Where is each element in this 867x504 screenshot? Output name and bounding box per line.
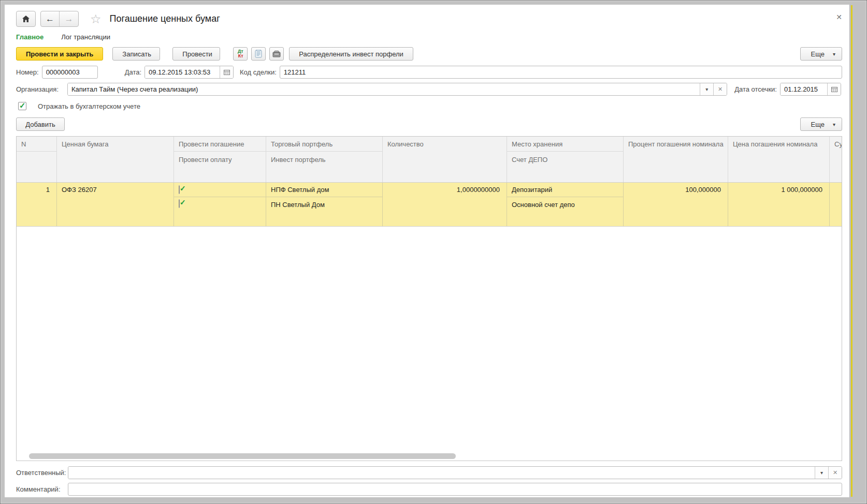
check-icon: ✓	[180, 184, 186, 192]
cell-quantity: 1,0000000000	[383, 183, 507, 226]
pay-checkbox[interactable]: ✓	[179, 199, 180, 208]
table-empty-area	[17, 227, 842, 452]
cell-price: 1 000,000000	[728, 183, 830, 226]
tab-translation-log[interactable]: Лог трансляции	[61, 33, 110, 41]
list-more-button[interactable]: Еще ▾	[800, 117, 842, 131]
securities-table: N Ценная бумага Провести погашение Прове…	[16, 136, 842, 461]
cell-portfolios: НПФ Светлый дом ПН Светлый Дом	[266, 183, 383, 226]
responsible-clear-button[interactable]: ✕	[828, 467, 842, 479]
date-field-group	[144, 66, 234, 79]
redeem-checkbox[interactable]: ✓	[179, 185, 180, 194]
command-toolbar: Провести и закрыть Записать Провести Дт …	[5, 44, 849, 64]
home-button[interactable]	[16, 11, 36, 27]
report-button[interactable]	[251, 47, 266, 61]
calendar-icon	[224, 70, 230, 75]
card-file-icon	[272, 50, 281, 57]
close-icon[interactable]: ✕	[836, 13, 842, 21]
chevron-down-icon: ▾	[705, 86, 708, 92]
header-storage-depo: Место хранения Счет ДЕПО	[507, 137, 624, 182]
post-and-close-button[interactable]: Провести и закрыть	[16, 47, 103, 61]
check-icon: ✓	[180, 198, 186, 206]
date-label: Дата:	[125, 68, 141, 76]
header-n: N	[17, 137, 57, 182]
table-header: N Ценная бумага Провести погашение Прове…	[17, 137, 842, 182]
cutoff-date-group	[780, 83, 841, 96]
responsible-dropdown-button[interactable]: ▾	[815, 467, 828, 479]
list-more-label: Еще	[811, 121, 825, 128]
list-toolbar: Добавить Еще ▾	[5, 113, 849, 135]
organization-dropdown-button[interactable]: ▾	[700, 83, 713, 95]
form-row-organization: Организация: ▾ ✕ Дата отсечки:	[5, 81, 849, 98]
add-row-button[interactable]: Добавить	[16, 117, 65, 131]
home-icon	[22, 16, 30, 22]
header-sum: Сум	[830, 137, 842, 182]
number-field[interactable]	[42, 66, 98, 79]
clear-icon: ✕	[718, 86, 722, 93]
reflect-accounting-row: ✓ Отражать в бухгалтерском учете	[5, 98, 849, 113]
save-button[interactable]: Записать	[112, 47, 160, 61]
app-window: ← → ☆ Погашение ценных бумаг ✕ Главное Л…	[0, 0, 867, 504]
history-nav: ← →	[40, 11, 79, 27]
page-title: Погашение ценных бумаг	[110, 13, 220, 24]
form-content: ← → ☆ Погашение ценных бумаг ✕ Главное Л…	[5, 5, 850, 497]
header-price: Цена погашения номинала	[728, 137, 830, 182]
dtkt-icon: Дт Кт	[238, 49, 243, 58]
form-row-number-date: Номер: Дата: Код сделки:	[5, 64, 849, 81]
cell-redeem-pay: ✓ ✓	[174, 183, 266, 226]
header-percent: Процент погашения номинала	[624, 137, 728, 182]
cell-n: 1	[17, 183, 57, 226]
titlebar: ← → ☆ Погашение ценных бумаг ✕	[5, 5, 849, 29]
cutoff-date-label: Дата отсечки:	[734, 85, 777, 93]
organization-label: Организация:	[16, 85, 65, 93]
comment-field[interactable]	[68, 483, 842, 496]
clear-icon: ✕	[833, 469, 837, 476]
comment-label: Комментарий:	[16, 485, 68, 493]
organization-field[interactable]	[68, 83, 700, 95]
nav-tabs: Главное Лог трансляции	[5, 29, 849, 44]
cutoff-date-field[interactable]	[781, 83, 827, 95]
more-label: Еще	[811, 50, 825, 58]
more-button[interactable]: Еще ▾	[800, 47, 842, 61]
chevron-down-icon: ▾	[833, 122, 835, 127]
distribute-portfolios-button[interactable]: Распределенить инвест порфели	[289, 47, 413, 61]
show-postings-button[interactable]: Дт Кт	[233, 47, 248, 61]
reflect-accounting-checkbox[interactable]: ✓	[18, 102, 26, 110]
header-portfolios: Торговый портфель Инвест портфель	[266, 137, 383, 182]
document-icon	[255, 50, 262, 58]
deal-code-field[interactable]	[280, 66, 842, 79]
header-security: Ценная бумага	[57, 137, 174, 182]
reflect-accounting-label: Отражать в бухгалтерском учете	[38, 102, 140, 110]
cell-percent: 100,000000	[624, 183, 728, 226]
responsible-combo: ▾ ✕	[68, 466, 842, 479]
responsible-label: Ответственный:	[16, 469, 68, 477]
post-button[interactable]: Провести	[172, 47, 220, 61]
responsible-field[interactable]	[68, 467, 815, 479]
deal-code-label: Код сделки:	[240, 68, 277, 76]
horizontal-scrollbar[interactable]	[17, 452, 842, 461]
comment-row: Комментарий:	[5, 481, 849, 497]
back-button[interactable]: ←	[41, 11, 60, 26]
responsible-row: Ответственный: ▾ ✕	[5, 464, 849, 481]
favorite-star-icon[interactable]: ☆	[90, 13, 102, 25]
organization-clear-button[interactable]: ✕	[713, 83, 727, 95]
chevron-down-icon: ▾	[833, 51, 835, 57]
calendar-icon	[831, 87, 837, 92]
cell-sum	[830, 183, 842, 226]
date-calendar-button[interactable]	[220, 66, 233, 78]
chevron-down-icon: ▾	[820, 470, 823, 476]
check-icon: ✓	[19, 101, 26, 110]
number-label: Номер:	[16, 68, 39, 76]
scrollbar-thumb[interactable]	[29, 453, 456, 459]
cell-security: ОФЗ 26207	[57, 183, 174, 226]
cell-storage-depo: Депозитарий Основной счет депо	[507, 183, 624, 226]
date-field[interactable]	[145, 66, 220, 78]
header-quantity: Количество	[383, 137, 507, 182]
back-icon: ←	[46, 14, 54, 24]
tab-main[interactable]: Главное	[16, 33, 44, 41]
table-row[interactable]: 1 ОФЗ 26207 ✓ ✓ НПФ Светлый дом ПН Светл…	[17, 182, 842, 227]
organization-combo: ▾ ✕	[67, 83, 727, 96]
cutoff-calendar-button[interactable]	[827, 83, 841, 95]
card-file-button[interactable]	[269, 47, 284, 61]
form-accent-strip	[851, 5, 852, 497]
forward-button[interactable]: →	[60, 11, 78, 26]
